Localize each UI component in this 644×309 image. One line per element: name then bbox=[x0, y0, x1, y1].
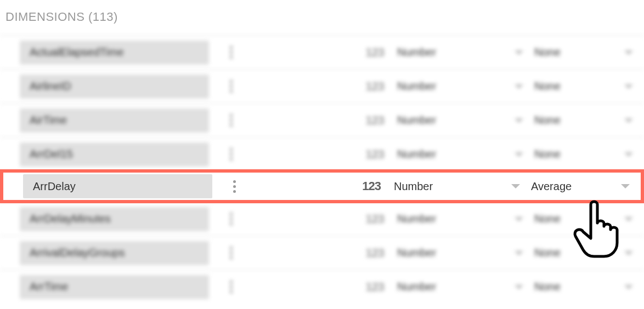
chevron-down-icon bbox=[515, 84, 523, 89]
type-icon: 123 bbox=[346, 113, 384, 128]
type-icon: 123 bbox=[342, 179, 381, 193]
type-icon: 123 bbox=[346, 246, 384, 260]
dimension-row: ArrDelay 123 Number Average bbox=[0, 169, 644, 203]
chevron-down-icon bbox=[511, 184, 520, 188]
field-chip[interactable]: ArrivalDelayGroups bbox=[20, 241, 209, 265]
type-label: Number bbox=[397, 46, 515, 59]
dimension-row: AirTime 123 Number None bbox=[0, 103, 644, 137]
kebab-menu-icon[interactable] bbox=[223, 180, 245, 193]
dimension-row: ArrDel15 123 Number None bbox=[0, 137, 644, 171]
kebab-menu-icon[interactable] bbox=[220, 114, 242, 127]
type-label: Number bbox=[397, 247, 515, 259]
chevron-down-icon bbox=[515, 285, 523, 289]
aggregation-dropdown[interactable]: None bbox=[534, 281, 644, 293]
field-name: AirTime bbox=[30, 114, 67, 127]
type-label: Number bbox=[397, 281, 515, 293]
kebab-menu-icon[interactable] bbox=[220, 80, 242, 93]
dimension-row: AirlineID 123 Number None bbox=[0, 69, 644, 103]
type-dropdown[interactable]: Number bbox=[397, 247, 534, 259]
kebab-menu-icon[interactable] bbox=[220, 247, 242, 259]
chevron-down-icon bbox=[624, 118, 633, 123]
type-dropdown[interactable]: Number bbox=[397, 281, 534, 293]
aggregation-label: None bbox=[534, 148, 624, 161]
type-dropdown[interactable]: Number bbox=[394, 180, 531, 193]
field-name: AirlineID bbox=[30, 80, 71, 93]
chevron-down-icon bbox=[515, 217, 523, 221]
chevron-down-icon bbox=[515, 152, 523, 157]
field-chip[interactable]: AirlineID bbox=[20, 75, 209, 99]
field-chip[interactable]: ArrTime bbox=[20, 275, 209, 299]
section-header: DIMENSIONS (113) bbox=[0, 0, 644, 35]
aggregation-dropdown[interactable]: None bbox=[534, 247, 644, 259]
field-chip[interactable]: AirTime bbox=[20, 108, 209, 133]
chevron-down-icon bbox=[515, 251, 523, 255]
type-dropdown[interactable]: Number bbox=[397, 148, 534, 161]
field-name: ActualElapsedTime bbox=[30, 46, 124, 59]
chevron-down-icon bbox=[515, 50, 523, 55]
field-chip[interactable]: ArrDelayMinutes bbox=[20, 207, 209, 231]
field-chip[interactable]: ArrDel15 bbox=[20, 142, 209, 167]
kebab-menu-icon[interactable] bbox=[220, 281, 242, 293]
aggregation-label: None bbox=[534, 114, 624, 127]
field-name: ArrTime bbox=[30, 281, 68, 293]
type-label: Number bbox=[397, 80, 515, 93]
field-name: ArrivalDelayGroups bbox=[30, 247, 125, 259]
dimension-row: ArrDelayMinutes 123 Number None bbox=[0, 202, 644, 236]
dimension-row: ArrTime 123 Number None bbox=[0, 270, 644, 304]
type-icon: 123 bbox=[346, 45, 384, 60]
aggregation-label: None bbox=[534, 213, 624, 225]
chevron-down-icon bbox=[624, 217, 633, 221]
type-dropdown[interactable]: Number bbox=[397, 80, 534, 93]
type-icon: 123 bbox=[346, 212, 384, 226]
field-chip[interactable]: ArrDelay bbox=[23, 174, 212, 198]
dimension-row: ArrivalDelayGroups 123 Number None bbox=[0, 236, 644, 270]
aggregation-dropdown[interactable]: Average bbox=[531, 180, 641, 193]
aggregation-dropdown[interactable]: None bbox=[534, 213, 644, 225]
dimension-rows: ActualElapsedTime 123 Number None Airlin… bbox=[0, 35, 644, 304]
kebab-menu-icon[interactable] bbox=[220, 148, 242, 161]
aggregation-label: None bbox=[534, 80, 624, 93]
type-icon: 123 bbox=[346, 79, 384, 94]
field-chip[interactable]: ActualElapsedTime bbox=[20, 41, 209, 65]
chevron-down-icon bbox=[621, 184, 630, 188]
kebab-menu-icon[interactable] bbox=[220, 46, 242, 59]
aggregation-dropdown[interactable]: None bbox=[534, 148, 644, 161]
type-label: Number bbox=[397, 114, 515, 127]
aggregation-dropdown[interactable]: None bbox=[534, 114, 644, 127]
chevron-down-icon bbox=[624, 251, 633, 255]
type-label: Number bbox=[397, 213, 515, 225]
chevron-down-icon bbox=[624, 152, 633, 157]
dimension-row: ActualElapsedTime 123 Number None bbox=[0, 35, 644, 69]
aggregation-dropdown[interactable]: None bbox=[534, 80, 644, 93]
type-dropdown[interactable]: Number bbox=[397, 114, 534, 127]
field-name: ArrDelay bbox=[33, 180, 76, 193]
type-label: Number bbox=[394, 180, 511, 193]
type-icon: 123 bbox=[346, 147, 384, 162]
type-label: Number bbox=[397, 148, 515, 161]
aggregation-label: None bbox=[534, 281, 624, 293]
type-dropdown[interactable]: Number bbox=[397, 213, 534, 225]
type-icon: 123 bbox=[346, 280, 384, 294]
field-name: ArrDelayMinutes bbox=[30, 213, 111, 225]
aggregation-label: None bbox=[534, 46, 624, 59]
chevron-down-icon bbox=[515, 118, 523, 123]
field-name: ArrDel15 bbox=[30, 148, 73, 161]
aggregation-label: None bbox=[534, 247, 624, 259]
chevron-down-icon bbox=[624, 50, 633, 55]
type-dropdown[interactable]: Number bbox=[397, 46, 534, 59]
aggregation-label: Average bbox=[531, 180, 621, 193]
kebab-menu-icon[interactable] bbox=[220, 213, 242, 225]
aggregation-dropdown[interactable]: None bbox=[534, 46, 644, 59]
chevron-down-icon bbox=[624, 285, 633, 289]
chevron-down-icon bbox=[624, 84, 633, 89]
